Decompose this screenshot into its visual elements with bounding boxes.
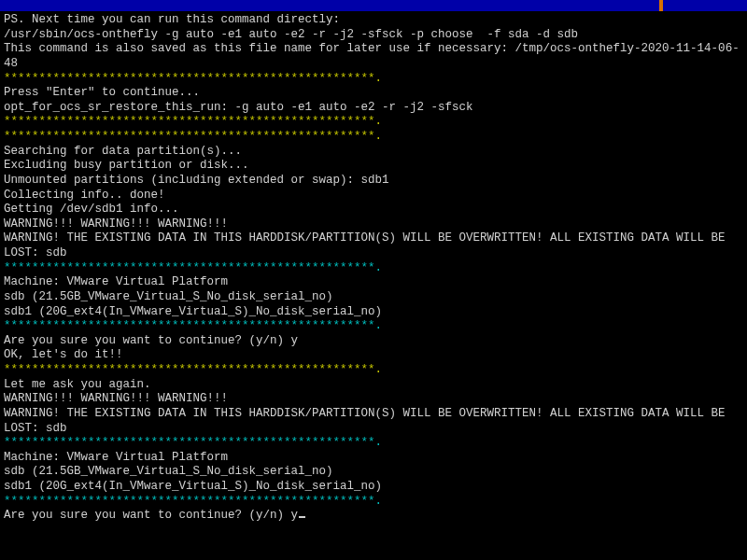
terminal-line: OK, let's do it!!: [4, 348, 743, 363]
terminal-output[interactable]: PS. Next time you can run this command d…: [0, 11, 747, 525]
terminal-prompt-line[interactable]: Are you sure you want to continue? (y/n)…: [4, 509, 743, 524]
terminal-line: WARNING! THE EXISTING DATA IN THIS HARDD…: [4, 407, 743, 436]
terminal-line: opt_for_ocs_sr_restore_this_run: -g auto…: [4, 101, 743, 116]
prompt-input[interactable]: y: [291, 509, 299, 522]
terminal-line: Are you sure you want to continue? (y/n)…: [4, 334, 743, 349]
terminal-line: sdb1 (20G_ext4(In_VMware_Virtual_S)_No_d…: [4, 305, 743, 320]
terminal-line: Unmounted partitions (including extended…: [4, 174, 743, 189]
terminal-line: WARNING!!! WARNING!!! WARNING!!!: [4, 217, 743, 232]
terminal-line: ****************************************…: [4, 130, 743, 145]
terminal-line: sdb (21.5GB_VMware_Virtual_S_No_disk_ser…: [4, 290, 743, 305]
terminal-line: WARNING!!! WARNING!!! WARNING!!!: [4, 392, 743, 407]
terminal-line: Let me ask you again.: [4, 378, 743, 393]
cursor: [299, 516, 305, 518]
terminal-line: ****************************************…: [4, 115, 743, 130]
terminal-line: /usr/sbin/ocs-onthefly -g auto -e1 auto …: [4, 28, 743, 43]
terminal-line: ****************************************…: [4, 319, 743, 334]
terminal-line: ****************************************…: [4, 436, 743, 451]
window-titlebar: [0, 0, 747, 11]
terminal-line: This command is also saved as this file …: [4, 42, 743, 71]
terminal-line: PS. Next time you can run this command d…: [4, 13, 743, 28]
terminal-line: Excluding busy partition or disk...: [4, 159, 743, 174]
terminal-line: ****************************************…: [4, 495, 743, 510]
terminal-line: sdb1 (20G_ext4(In_VMware_Virtual_S)_No_d…: [4, 480, 743, 495]
terminal-line: Press "Enter" to continue...: [4, 86, 743, 101]
terminal-line: WARNING! THE EXISTING DATA IN THIS HARDD…: [4, 231, 743, 260]
prompt-text: Are you sure you want to continue? (y/n): [4, 509, 291, 522]
terminal-line: ****************************************…: [4, 261, 743, 276]
terminal-line: Searching for data partition(s)...: [4, 145, 743, 160]
terminal-line: Getting /dev/sdb1 info...: [4, 203, 743, 217]
titlebar-indicator: [659, 0, 663, 11]
terminal-line: ****************************************…: [4, 363, 743, 378]
terminal-line: sdb (21.5GB_VMware_Virtual_S_No_disk_ser…: [4, 465, 743, 480]
terminal-line: Machine: VMware Virtual Platform: [4, 275, 743, 290]
terminal-line: ****************************************…: [4, 72, 743, 87]
terminal-line: Machine: VMware Virtual Platform: [4, 451, 743, 466]
terminal-line: Collecting info.. done!: [4, 189, 743, 203]
